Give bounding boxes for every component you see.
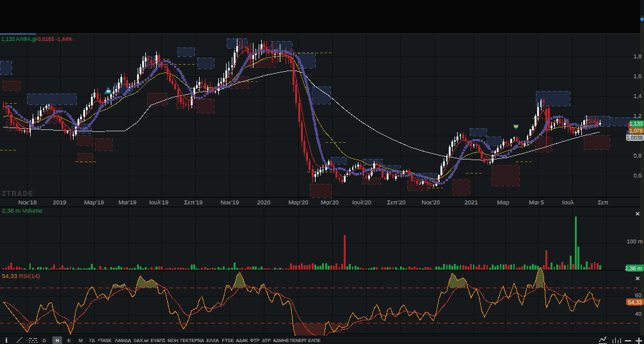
svg-text:100 m: 100 m [627, 238, 643, 245]
svg-text:54,33 RSI(14): 54,33 RSI(14) [2, 272, 40, 279]
svg-text:-0,0165 -1,44%: -0,0165 -1,44% [36, 36, 73, 42]
svg-text:1,0039: 1,0039 [627, 135, 643, 141]
svg-text:Νοε'20: Νοε'20 [422, 199, 440, 206]
svg-text:FTSE: FTSE [222, 338, 234, 343]
svg-text:Μ: Μ [79, 338, 83, 343]
svg-text:FTASE: FTASE [97, 338, 112, 343]
svg-text:DAX.wi: DAX.wi [133, 338, 149, 343]
svg-text:1,2: 1,2 [633, 113, 641, 119]
svg-text:ΕΥΑΠΣ: ΕΥΑΠΣ [150, 338, 166, 343]
svg-text:Μαρ: Μαρ [497, 199, 510, 206]
svg-text:2,38 m: 2,38 m [625, 265, 642, 272]
svg-text:1,6: 1,6 [633, 73, 641, 79]
svg-text:✕: ✕ [635, 211, 640, 217]
svg-text:Ιουλ: Ιουλ [562, 199, 574, 206]
svg-text:Νοε'18: Νοε'18 [19, 199, 37, 206]
svg-text:ΛΑΜΔΑ: ΛΑΜΔΑ [115, 338, 131, 343]
svg-text:2021: 2021 [464, 199, 478, 206]
svg-text:Η: Η [56, 338, 59, 343]
svg-text:✕: ✕ [635, 275, 640, 282]
svg-text:ΓΕΚΤΕΡΝΑ: ΓΕΚΤΕΡΝΑ [180, 338, 204, 343]
svg-text:Νοε'19: Νοε'19 [221, 199, 239, 206]
svg-text:ΑΔΑΚ: ΑΔΑΚ [236, 338, 248, 343]
svg-text:Ω: Ω [42, 338, 46, 343]
svg-text:Ε: Ε [68, 338, 71, 343]
svg-text:Μαρ'19: Μαρ'19 [84, 199, 104, 206]
svg-text:ΕΛΠΕ: ΕΛΠΕ [308, 338, 321, 343]
svg-text:ΓΔ: ΓΔ [90, 338, 95, 343]
svg-text:2019: 2019 [52, 199, 66, 206]
svg-text:Μαρ'20: Μαρ'20 [288, 199, 308, 206]
svg-text:ΑΔΜΗΕ: ΑΔΜΗΕ [273, 338, 289, 343]
svg-text:Μαι'20: Μαι'20 [321, 199, 339, 206]
svg-text:ΤΕΝΕΡΓ: ΤΕΝΕΡΓ [289, 338, 307, 343]
svg-text:1,133 ΑΛΦΑ.gr: 1,133 ΑΛΦΑ.gr [1, 36, 37, 42]
svg-text:60: 60 [635, 292, 641, 299]
svg-text:ΦΤΡ: ΦΤΡ [250, 338, 260, 343]
svg-text:Ιουλ'19: Ιουλ'19 [149, 199, 168, 206]
svg-text:ΕΛΧΑ: ΕΛΧΑ [206, 338, 218, 343]
svg-text:i: i [5, 336, 7, 344]
svg-text:1,076: 1,076 [629, 127, 643, 134]
svg-text:Ιουλ'20: Ιουλ'20 [352, 199, 371, 206]
svg-text:0,6: 0,6 [633, 172, 641, 179]
svg-text:ΜΟΗ: ΜΟΗ [168, 338, 179, 343]
svg-text:1,133: 1,133 [629, 120, 643, 127]
svg-text:Σεπ: Σεπ [598, 199, 609, 206]
svg-text:0,8: 0,8 [633, 152, 641, 159]
svg-text:1,4: 1,4 [633, 93, 641, 99]
svg-text:2020: 2020 [257, 199, 270, 206]
svg-text:2,38 m Volume: 2,38 m Volume [2, 207, 42, 214]
svg-text:Σεπ'19: Σεπ'19 [184, 199, 202, 206]
svg-text:Μαι 5: Μαι 5 [529, 199, 543, 206]
svg-text:54,33: 54,33 [628, 299, 642, 306]
svg-text:40: 40 [635, 311, 641, 317]
svg-text:ΔΤΡ: ΔΤΡ [262, 338, 271, 343]
svg-text:Σεπ'20: Σεπ'20 [387, 199, 405, 206]
svg-text:ZTRADE: ZTRADE [2, 190, 34, 197]
svg-text:Μαι'19: Μαι'19 [118, 199, 136, 206]
svg-text:1,8: 1,8 [633, 53, 641, 60]
